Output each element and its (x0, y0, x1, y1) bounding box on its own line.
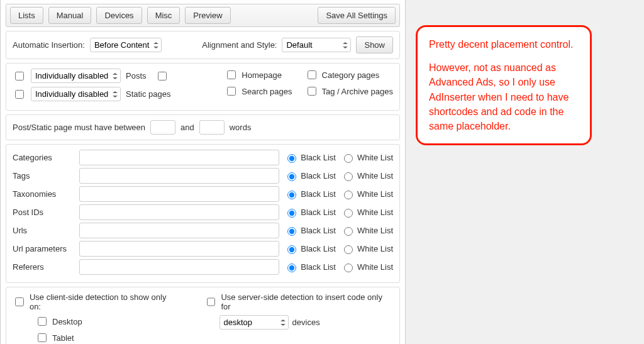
desktop-checkbox[interactable] (38, 317, 47, 326)
postids-black-radio[interactable] (287, 209, 296, 218)
top-toolbar: Lists Manual Devices Misc Preview Save A… (6, 4, 400, 27)
static-enable-checkbox[interactable] (15, 90, 24, 99)
tag-checkbox[interactable] (308, 87, 316, 96)
wordcount-suffix: words (230, 123, 252, 132)
filter-postids-row: Post IDs Black List White List (13, 204, 393, 220)
lists-button[interactable]: Lists (10, 7, 43, 24)
max-words-input[interactable] (199, 120, 225, 135)
urlparams-input[interactable] (79, 241, 279, 257)
static-label: Static pages (126, 89, 171, 99)
preview-button[interactable]: Preview (185, 7, 230, 24)
filter-taxonomies-row: Taxonomies Black List White List (13, 186, 393, 202)
tags-black-radio[interactable] (287, 172, 296, 181)
filter-label: Referers (13, 262, 74, 272)
alignment-select[interactable]: Default (282, 38, 351, 52)
tags-input[interactable] (79, 168, 279, 184)
search-checkbox[interactable] (227, 87, 236, 96)
client-side-label: Use client-side detection to show only o… (30, 292, 179, 311)
categories-input[interactable] (79, 150, 279, 165)
posts-extra-checkbox[interactable] (158, 72, 167, 80)
category-label: Category pages (322, 70, 380, 80)
taxonomies-white-radio[interactable] (344, 191, 353, 199)
urls-input[interactable] (79, 223, 279, 238)
save-all-button[interactable]: Save All Settings (318, 7, 396, 24)
filter-tags-row: Tags Black List White List (13, 168, 393, 184)
filter-label: Url parameters (13, 244, 74, 253)
postids-input[interactable] (79, 204, 279, 220)
filter-lists-section: Categories Black List White List Tags Bl… (6, 144, 400, 283)
server-side-checkbox[interactable] (207, 297, 216, 306)
client-side-checkbox[interactable] (15, 297, 24, 306)
categories-white-radio[interactable] (344, 154, 353, 163)
posts-enable-checkbox[interactable] (15, 72, 24, 80)
min-words-input[interactable] (150, 120, 175, 135)
urls-white-radio[interactable] (344, 227, 353, 236)
server-side-label: Use server-side detection to insert code… (221, 292, 393, 311)
urlparams-white-radio[interactable] (344, 245, 353, 254)
taxonomies-black-radio[interactable] (287, 191, 296, 199)
tag-label: Tag / Archive pages (322, 87, 393, 96)
posts-label: Posts (126, 71, 147, 80)
alignment-label: Alignment and Style: (202, 40, 277, 50)
filter-urls-row: Urls Black List White List (13, 223, 393, 238)
filter-label: Categories (13, 153, 74, 162)
auto-insertion-label: Automatic Insertion: (13, 40, 85, 50)
detection-section: Use client-side detection to show only o… (6, 287, 400, 344)
manual-button[interactable]: Manual (48, 7, 92, 24)
referers-input[interactable] (79, 259, 279, 275)
tags-white-radio[interactable] (344, 172, 353, 181)
static-mode-select[interactable]: Individually disabled (31, 87, 121, 101)
page-types-section: Individually disabled Posts Individually… (6, 63, 400, 111)
search-label: Search pages (242, 87, 292, 96)
show-button[interactable]: Show (356, 36, 393, 53)
filter-label: Post IDs (13, 208, 74, 217)
tablet-checkbox[interactable] (38, 333, 47, 342)
referers-black-radio[interactable] (287, 264, 296, 272)
auto-insertion-select[interactable]: Before Content (90, 38, 162, 52)
server-device-select[interactable]: desktop (219, 315, 289, 330)
wordcount-mid: and (180, 123, 194, 132)
filter-label: Tags (13, 171, 74, 180)
settings-panel: Lists Manual Devices Misc Preview Save A… (0, 0, 406, 344)
filter-urlparams-row: Url parameters Black List White List (13, 241, 393, 257)
filter-referers-row: Referers Black List White List (13, 259, 393, 275)
posts-mode-select[interactable]: Individually disabled (31, 69, 121, 83)
filter-categories-row: Categories Black List White List (13, 150, 393, 165)
filter-label: Taxonomies (13, 189, 74, 199)
homepage-checkbox[interactable] (227, 70, 236, 79)
postids-white-radio[interactable] (344, 209, 353, 218)
filter-label: Urls (13, 226, 74, 235)
wordcount-prefix: Post/Static page must have between (13, 123, 145, 132)
referers-white-radio[interactable] (344, 264, 353, 272)
homepage-label: Homepage (242, 70, 282, 80)
taxonomies-input[interactable] (79, 186, 279, 202)
urls-black-radio[interactable] (287, 227, 296, 236)
callout-text-2: However, not as nuanced as Advanced Ads,… (429, 60, 579, 133)
server-suffix: devices (292, 318, 320, 327)
callout-text-1: Pretty decent placement control. (429, 37, 579, 52)
categories-black-radio[interactable] (287, 154, 296, 163)
urlparams-black-radio[interactable] (287, 245, 296, 254)
misc-button[interactable]: Misc (147, 7, 180, 24)
word-count-section: Post/Static page must have between and w… (6, 114, 400, 140)
devices-button[interactable]: Devices (96, 7, 142, 24)
category-checkbox[interactable] (308, 70, 316, 79)
annotation-callout: Pretty decent placement control. However… (416, 25, 592, 145)
auto-insertion-section: Automatic Insertion: Before Content Alig… (6, 31, 400, 59)
